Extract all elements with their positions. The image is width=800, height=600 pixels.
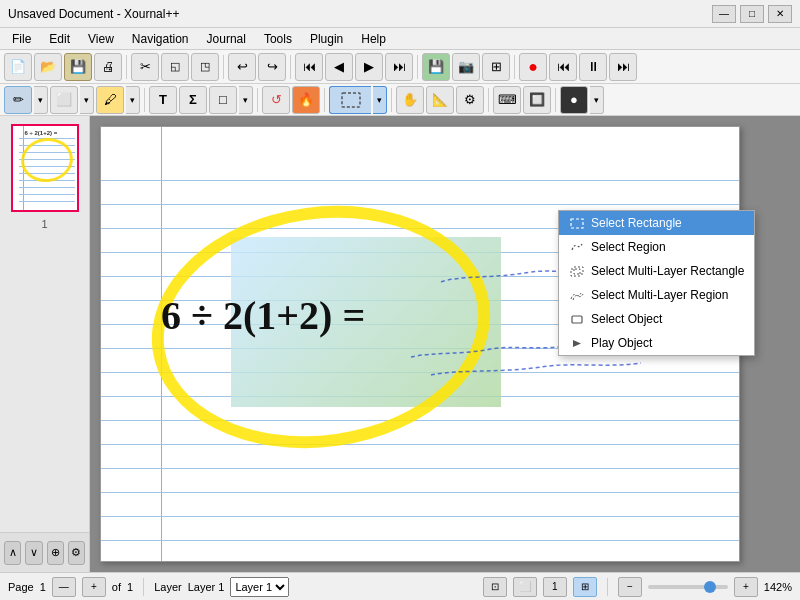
page-1-button[interactable]: 1 xyxy=(543,577,567,597)
status-bar: Page 1 — + of 1 Layer Layer 1 Layer 1 ⊡ … xyxy=(0,572,800,600)
zoom-in-button[interactable]: + xyxy=(734,577,758,597)
title-bar: Unsaved Document - Xournal++ — □ ✕ xyxy=(0,0,800,28)
print-button[interactable]: 🖨 xyxy=(94,53,122,81)
layer-selector[interactable]: Layer 1 xyxy=(230,577,289,597)
sep-t3 xyxy=(324,88,325,112)
menu-navigation[interactable]: Navigation xyxy=(124,30,197,48)
fullscreen-button[interactable]: ⊞ xyxy=(482,53,510,81)
prev-page-status-button[interactable]: — xyxy=(52,577,76,597)
of-label: of xyxy=(112,581,121,593)
menu-view[interactable]: View xyxy=(80,30,122,48)
media-pause-button[interactable]: ⏸ xyxy=(579,53,607,81)
next-page-status-button[interactable]: + xyxy=(82,577,106,597)
prev-page-button[interactable]: ◀ xyxy=(325,53,353,81)
toolbar-tools: ✏ ▾ ⬜ ▾ 🖊 ▾ T Σ □ ▾ ↺ 🔥 ▾ ✋ 📐 ⚙ ⌨ 🔲 ● ▾ xyxy=(0,84,800,116)
maximize-button[interactable]: □ xyxy=(740,5,764,23)
ruler-button[interactable]: 📐 xyxy=(426,86,454,114)
color-button[interactable]: ● xyxy=(560,86,588,114)
eraser-button[interactable]: ⬜ xyxy=(50,86,78,114)
open-button[interactable]: 📂 xyxy=(34,53,62,81)
play-object-icon xyxy=(569,335,585,351)
page-number-label: 1 xyxy=(41,218,47,230)
menu-file[interactable]: File xyxy=(4,30,39,48)
undo-button[interactable]: ↩ xyxy=(228,53,256,81)
settings-button[interactable]: ⚙ xyxy=(456,86,484,114)
menu-select-region[interactable]: Select Region xyxy=(559,235,754,259)
math-tool-button[interactable]: Σ xyxy=(179,86,207,114)
menu-edit[interactable]: Edit xyxy=(41,30,78,48)
page-thumbnail[interactable]: 6 ÷ 2(1+2) = xyxy=(11,124,79,212)
save-button[interactable]: 💾 xyxy=(64,53,92,81)
color-dropdown[interactable]: ▾ xyxy=(590,86,604,114)
shape-dropdown[interactable]: ▾ xyxy=(239,86,253,114)
pen-tool-button[interactable]: ✏ xyxy=(4,86,32,114)
media-next-button[interactable]: ⏭ xyxy=(609,53,637,81)
zoom-level: 142% xyxy=(764,581,792,593)
sep-t4 xyxy=(391,88,392,112)
page-label: Page xyxy=(8,581,34,593)
select-rectangle-icon xyxy=(569,215,585,231)
menu-select-object[interactable]: Select Object xyxy=(559,307,754,331)
eraser-dropdown[interactable]: ▾ xyxy=(80,86,94,114)
stroke-recognizer-button[interactable]: ↺ xyxy=(262,86,290,114)
keyboard-button[interactable]: ⌨ xyxy=(493,86,521,114)
separator-1 xyxy=(126,55,127,79)
separator-2 xyxy=(223,55,224,79)
grid-view-button[interactable]: ⊞ xyxy=(573,577,597,597)
export-button[interactable]: 💾 xyxy=(422,53,450,81)
toolbar-main: 📄 📂 💾 🖨 ✂ ◱ ◳ ↩ ↪ ⏮ ◀ ▶ ⏭ 💾 📷 ⊞ ● ⏮ ⏸ ⏭ xyxy=(0,50,800,84)
record-button[interactable]: ● xyxy=(519,53,547,81)
media-prev-button[interactable]: ⏮ xyxy=(549,53,577,81)
extra-button[interactable]: 🔲 xyxy=(523,86,551,114)
presentation-button[interactable]: ⬜ xyxy=(513,577,537,597)
menu-play-object[interactable]: Play Object xyxy=(559,331,754,355)
add-page-button[interactable]: ⊕ xyxy=(47,541,64,565)
scroll-down-button[interactable]: ∨ xyxy=(25,541,42,565)
settings-page-button[interactable]: ⚙ xyxy=(68,541,85,565)
select-tool-dropdown[interactable]: ▾ xyxy=(373,86,387,114)
main-layout: 6 ÷ 2(1+2) = 1 ∧ ∨ ⊕ ⚙ xyxy=(0,116,800,572)
single-page-button[interactable]: ⊡ xyxy=(483,577,507,597)
highlighter-button[interactable]: 🖊 xyxy=(96,86,124,114)
pen-tool-dropdown[interactable]: ▾ xyxy=(34,86,48,114)
menu-select-rectangle[interactable]: Select Rectangle xyxy=(559,211,754,235)
hand-button[interactable]: 🔥 xyxy=(292,86,320,114)
svg-rect-0 xyxy=(342,93,360,107)
highlighter-dropdown[interactable]: ▾ xyxy=(126,86,140,114)
zoom-slider[interactable] xyxy=(648,585,728,589)
hand-tool-button[interactable]: ✋ xyxy=(396,86,424,114)
zoom-thumb xyxy=(704,581,716,593)
first-page-button[interactable]: ⏮ xyxy=(295,53,323,81)
new-button[interactable]: 📄 xyxy=(4,53,32,81)
shape-tool-button[interactable]: □ xyxy=(209,86,237,114)
paste-button[interactable]: ◳ xyxy=(191,53,219,81)
sep-t1 xyxy=(144,88,145,112)
layer-label: Layer xyxy=(154,581,182,593)
select-tool-button[interactable] xyxy=(329,86,371,114)
screenshot-button[interactable]: 📷 xyxy=(452,53,480,81)
select-region-icon xyxy=(569,239,585,255)
select-multi-rectangle-icon xyxy=(569,263,585,279)
menu-select-multi-rectangle[interactable]: Select Multi-Layer Rectangle xyxy=(559,259,754,283)
menu-tools[interactable]: Tools xyxy=(256,30,300,48)
scroll-up-button[interactable]: ∧ xyxy=(4,541,21,565)
svg-rect-3 xyxy=(574,267,583,274)
menu-select-multi-region[interactable]: Select Multi-Layer Region xyxy=(559,283,754,307)
text-tool-button[interactable]: T xyxy=(149,86,177,114)
menu-journal[interactable]: Journal xyxy=(199,30,254,48)
window-controls: — □ ✕ xyxy=(712,5,792,23)
minimize-button[interactable]: — xyxy=(712,5,736,23)
separator-4 xyxy=(417,55,418,79)
cut-button[interactable]: ✂ xyxy=(131,53,159,81)
menu-plugin[interactable]: Plugin xyxy=(302,30,351,48)
last-page-button[interactable]: ⏭ xyxy=(385,53,413,81)
zoom-out-button[interactable]: − xyxy=(618,577,642,597)
close-button[interactable]: ✕ xyxy=(768,5,792,23)
menu-help[interactable]: Help xyxy=(353,30,394,48)
separator-5 xyxy=(514,55,515,79)
redo-button[interactable]: ↪ xyxy=(258,53,286,81)
sep-t6 xyxy=(555,88,556,112)
dropdown-menu: Select Rectangle Select Region Select Mu… xyxy=(558,210,755,356)
copy-button[interactable]: ◱ xyxy=(161,53,189,81)
next-page-button[interactable]: ▶ xyxy=(355,53,383,81)
